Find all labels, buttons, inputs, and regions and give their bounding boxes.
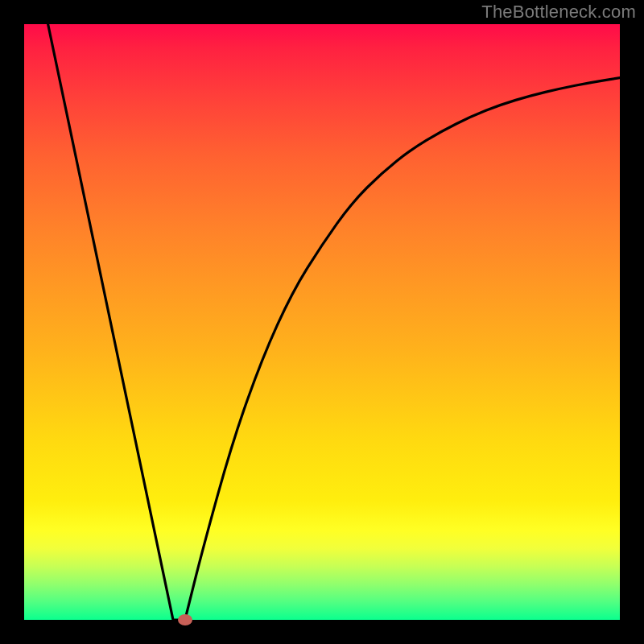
bottleneck-curve-path — [48, 24, 620, 620]
plot-area — [24, 24, 620, 620]
chart-frame: TheBottleneck.com — [0, 0, 644, 644]
attribution-text: TheBottleneck.com — [481, 2, 636, 23]
curve-svg — [24, 24, 620, 620]
optimum-marker — [178, 614, 192, 625]
